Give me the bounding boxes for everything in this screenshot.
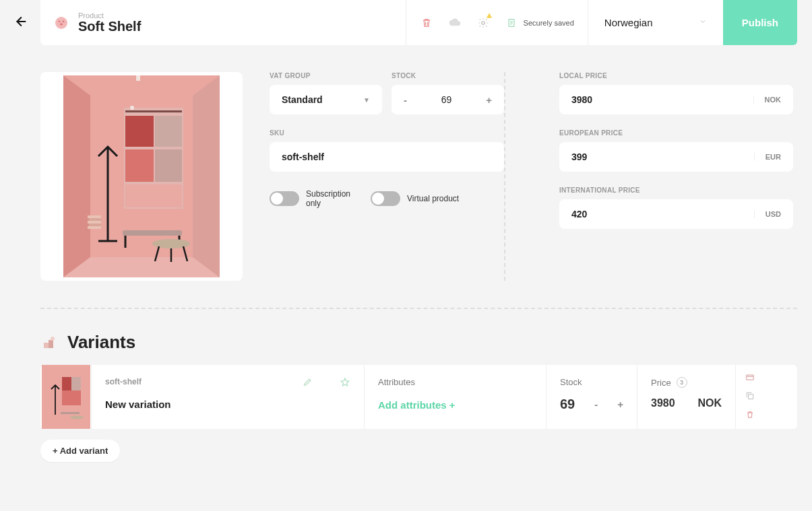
variant-price-currency: NOK	[697, 397, 722, 409]
saved-text: Securely saved	[524, 19, 574, 27]
svg-rect-18	[136, 75, 140, 81]
caret-down-icon: ▼	[363, 96, 370, 104]
local-price-input[interactable]: 3980 NOK	[559, 85, 793, 114]
svg-point-0	[55, 17, 67, 29]
svg-rect-15	[125, 184, 182, 207]
variant-stock-decrement[interactable]: -	[594, 399, 598, 410]
svg-point-3	[60, 23, 63, 25]
vat-group-label: VAT GROUP	[270, 72, 382, 79]
variant-stock-label: Stock	[560, 377, 623, 387]
european-price-currency: EUR	[754, 153, 781, 161]
variants-heading: Variants	[67, 332, 135, 353]
local-price-value: 3980	[571, 94, 592, 105]
virtual-toggle[interactable]	[371, 191, 400, 206]
svg-rect-36	[748, 395, 753, 399]
svg-point-2	[63, 20, 65, 22]
title-zone: Product Soft Shelf	[40, 0, 406, 45]
variant-sku: soft-shelf	[105, 377, 171, 386]
svg-rect-16	[125, 110, 182, 112]
add-attributes-button[interactable]: Add attributes +	[378, 399, 532, 411]
svg-rect-32	[71, 377, 81, 390]
product-icon	[53, 14, 70, 32]
vat-group-value: Standard	[282, 94, 323, 105]
trash-icon[interactable]	[420, 16, 433, 30]
publish-button[interactable]: Publish	[723, 0, 797, 45]
variant-name: New variation	[105, 399, 171, 410]
international-price-input[interactable]: 420 USD	[559, 199, 793, 229]
svg-rect-33	[61, 412, 80, 414]
virtual-label: Virtual product	[407, 194, 461, 203]
product-image[interactable]	[40, 72, 243, 281]
european-price-label: EUROPEAN PRICE	[559, 129, 797, 137]
sku-label: SKU	[270, 129, 504, 137]
duplicate-icon[interactable]	[745, 391, 755, 403]
svg-rect-13	[125, 149, 154, 182]
svg-rect-26	[44, 343, 49, 348]
svg-rect-14	[155, 149, 182, 182]
european-price-value: 399	[571, 151, 587, 162]
subscription-label: Subscription only	[306, 189, 360, 209]
language-value: Norwegian	[604, 17, 653, 28]
price-count-badge: 3	[677, 377, 687, 388]
edit-icon[interactable]	[303, 377, 313, 390]
international-price-label: INTERNATIONAL PRICE	[559, 186, 797, 194]
vat-group-select[interactable]: Standard ▼	[270, 85, 382, 114]
european-price-input[interactable]: 399 EUR	[559, 142, 793, 172]
svg-rect-21	[88, 221, 101, 224]
svg-point-25	[152, 239, 190, 248]
svg-rect-19	[88, 226, 101, 229]
svg-point-17	[130, 106, 134, 110]
svg-point-28	[51, 337, 55, 341]
variant-thumbnail[interactable]	[40, 365, 92, 429]
document-icon	[505, 16, 518, 30]
stock-label: STOCK	[392, 72, 504, 79]
svg-marker-7	[63, 75, 90, 277]
svg-rect-23	[88, 215, 101, 218]
svg-point-4	[481, 21, 485, 24]
svg-rect-24	[123, 230, 182, 236]
add-variant-button[interactable]: + Add variant	[40, 440, 120, 462]
back-button[interactable]	[13, 14, 28, 32]
stock-stepper[interactable]: - 69 +	[392, 85, 504, 114]
delete-icon[interactable]	[745, 410, 755, 421]
svg-rect-27	[49, 340, 53, 348]
settings-alert-icon[interactable]	[476, 16, 490, 30]
product-title: Soft Shelf	[78, 19, 141, 34]
svg-rect-31	[62, 377, 71, 390]
stock-decrement[interactable]: -	[404, 94, 407, 106]
sku-input[interactable]: soft-shelf	[270, 142, 504, 172]
svg-marker-8	[193, 75, 220, 277]
variant-stock-value: 69	[560, 397, 575, 412]
sku-value: soft-shelf	[282, 151, 324, 162]
svg-rect-20	[89, 224, 101, 226]
stock-value: 69	[441, 94, 452, 105]
svg-marker-9	[63, 257, 220, 277]
language-select[interactable]: Norwegian	[588, 0, 723, 45]
chevron-down-icon	[699, 18, 707, 28]
svg-rect-12	[155, 116, 182, 147]
local-price-label: LOCAL PRICE	[559, 72, 797, 79]
stock-increment[interactable]: +	[486, 94, 492, 106]
svg-point-1	[59, 20, 61, 22]
variant-row: soft-shelf New variation Attributes Add …	[40, 365, 797, 429]
international-price-currency: USD	[754, 210, 781, 218]
international-price-value: 420	[571, 209, 587, 219]
cloud-icon[interactable]	[448, 16, 462, 30]
local-price-currency: NOK	[753, 96, 781, 104]
variant-price-label: Price	[651, 378, 671, 388]
variant-price-value: 3980	[651, 397, 675, 409]
svg-rect-35	[746, 375, 753, 380]
attributes-label: Attributes	[378, 377, 532, 387]
star-icon[interactable]	[340, 377, 350, 390]
variants-icon	[40, 334, 58, 351]
subscription-toggle[interactable]	[270, 191, 299, 206]
svg-rect-11	[125, 116, 154, 147]
variant-stock-increment[interactable]: +	[617, 399, 623, 410]
svg-rect-22	[89, 218, 101, 221]
svg-point-34	[70, 416, 84, 419]
card-icon[interactable]	[745, 372, 755, 384]
